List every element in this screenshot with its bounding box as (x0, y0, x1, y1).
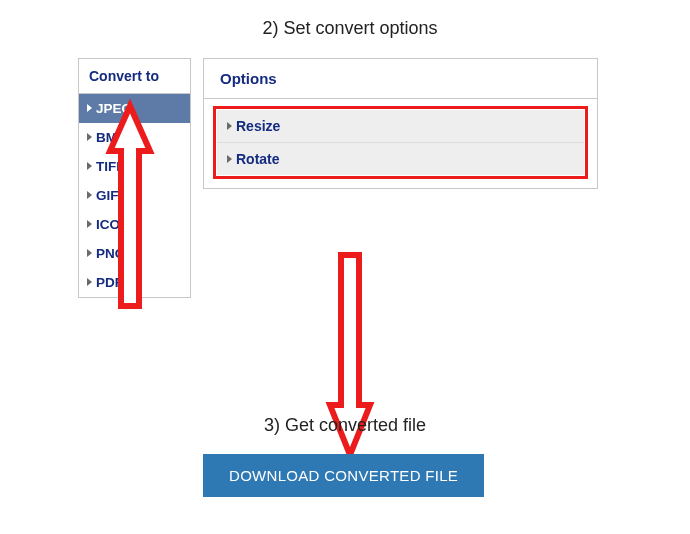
option-row-resize[interactable]: Resize (217, 110, 584, 142)
sidebar-item-label: PNG (96, 246, 125, 261)
chevron-right-icon (227, 155, 232, 163)
sidebar-item-jpeg[interactable]: JPEG (79, 94, 190, 123)
convert-to-sidebar: Convert to JPEG BMP TIFF GIF ICO PNG PDF (78, 58, 191, 298)
option-row-label: Resize (236, 118, 280, 134)
sidebar-item-label: ICO (96, 217, 120, 232)
step-2-title: 2) Set convert options (225, 18, 475, 39)
sidebar-item-png[interactable]: PNG (79, 239, 190, 268)
chevron-right-icon (87, 191, 92, 199)
highlight-box-options: Resize Rotate (213, 106, 588, 179)
option-row-rotate[interactable]: Rotate (217, 142, 584, 175)
sidebar-header: Convert to (79, 59, 190, 94)
chevron-right-icon (87, 133, 92, 141)
chevron-right-icon (87, 162, 92, 170)
sidebar-item-label: TIFF (96, 159, 125, 174)
chevron-right-icon (87, 220, 92, 228)
option-row-label: Rotate (236, 151, 280, 167)
sidebar-item-ico[interactable]: ICO (79, 210, 190, 239)
sidebar-item-pdf[interactable]: PDF (79, 268, 190, 297)
chevron-right-icon (87, 249, 92, 257)
step-3-title: 3) Get converted file (0, 415, 690, 436)
download-button[interactable]: DOWNLOAD CONVERTED FILE (203, 454, 484, 497)
sidebar-item-tiff[interactable]: TIFF (79, 152, 190, 181)
sidebar-item-label: GIF (96, 188, 119, 203)
sidebar-item-bmp[interactable]: BMP (79, 123, 190, 152)
sidebar-item-label: BMP (96, 130, 126, 145)
options-header: Options (204, 59, 597, 99)
chevron-right-icon (87, 278, 92, 286)
sidebar-item-gif[interactable]: GIF (79, 181, 190, 210)
options-panel: Options Resize Rotate (203, 58, 598, 189)
sidebar-item-label: PDF (96, 275, 123, 290)
sidebar-item-label: JPEG (96, 101, 132, 116)
chevron-right-icon (87, 104, 92, 112)
chevron-right-icon (227, 122, 232, 130)
